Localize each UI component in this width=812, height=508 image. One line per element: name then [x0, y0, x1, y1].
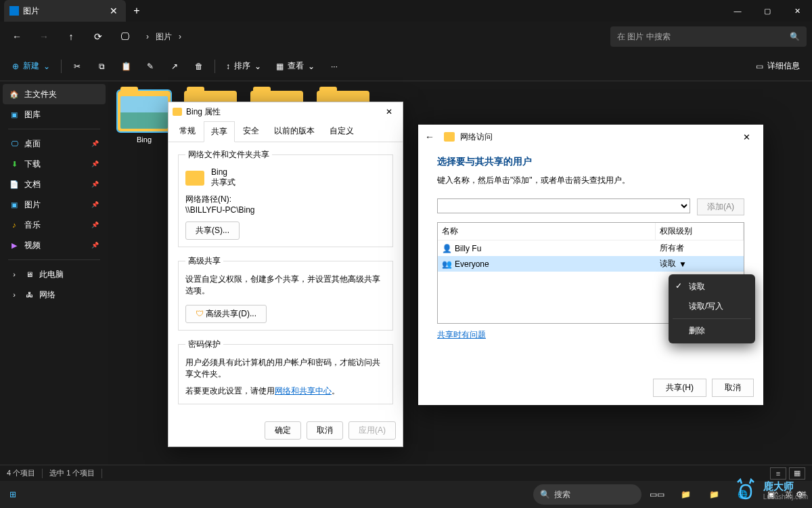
window-tab[interactable]: 图片 ✕ — [4, 0, 126, 22]
menu-read[interactable]: 读取 — [669, 277, 755, 297]
divider — [102, 469, 102, 478]
back-button[interactable]: ← — [5, 26, 28, 47]
folder-name: Bing — [118, 135, 171, 144]
chevron-right-icon: › — [9, 270, 19, 279]
perm-dropdown[interactable]: 读取▼ — [656, 256, 744, 272]
tab-close-icon[interactable]: ✕ — [110, 5, 118, 16]
network-center-link[interactable]: 网络和共享中心 — [275, 386, 332, 396]
details-pane-button[interactable]: ▭详细信息 — [749, 56, 807, 77]
search-box[interactable]: 在 图片 中搜索 🔍 — [610, 26, 807, 47]
sidebar-item-desktop[interactable]: 🖵桌面📌 — [3, 133, 106, 154]
sidebar-item-documents[interactable]: 📄文档📌 — [3, 174, 106, 194]
task-view-button[interactable]: ▭▭ — [644, 484, 670, 505]
chevron-down-icon: ⌄ — [43, 62, 50, 71]
taskbar-app[interactable]: 📁 — [701, 484, 727, 505]
sidebar-item-videos[interactable]: ▶视频📌 — [3, 235, 106, 255]
user-select[interactable] — [437, 198, 690, 213]
sidebar-item-home[interactable]: 🏠主文件夹 — [3, 84, 106, 104]
dialog-buttons: 共享(H) 取消 — [653, 379, 754, 397]
cancel-button[interactable]: 取消 — [307, 421, 343, 440]
view-button[interactable]: ▦查看⌄ — [269, 56, 321, 77]
network-icon: 🖧 — [24, 290, 34, 299]
up-button[interactable]: ↑ — [60, 26, 83, 47]
pin-icon: 📌 — [91, 140, 99, 147]
tab-share[interactable]: 共享 — [204, 121, 235, 142]
start-button[interactable]: ⊞ — [0, 484, 26, 505]
close-icon[interactable]: ✕ — [380, 107, 399, 117]
tab-previous[interactable]: 以前的版本 — [267, 121, 321, 142]
chevron-right-icon: › — [179, 32, 181, 41]
apply-button[interactable]: 应用(A) — [348, 421, 396, 440]
perm-cell: 所有者 — [656, 240, 744, 256]
pin-icon: 📌 — [91, 181, 99, 188]
col-perm[interactable]: 权限级别 — [656, 223, 744, 240]
user-row-selected[interactable]: 👥Everyone 读取▼ — [438, 256, 744, 272]
rename-button[interactable]: ✎ — [139, 56, 162, 77]
chevron-right-icon: › — [146, 32, 149, 41]
advanced-share-button[interactable]: 🛡 高级共享(D)... — [185, 305, 267, 323]
more-button[interactable]: ··· — [323, 56, 346, 77]
share-button[interactable]: ↗ — [163, 56, 186, 77]
tab-security[interactable]: 安全 — [236, 121, 266, 142]
search-icon: 🔍 — [790, 32, 800, 41]
menu-readwrite[interactable]: 读取/写入 — [669, 297, 755, 316]
divider — [42, 469, 43, 478]
col-name[interactable]: 名称 — [438, 223, 656, 240]
watermark-brand: 鹿大师 — [763, 480, 808, 493]
forward-button[interactable]: → — [32, 26, 55, 47]
dialog-buttons: 确定 取消 应用(A) — [265, 421, 396, 440]
sidebar-item-pc[interactable]: ›🖥此电脑 — [3, 264, 106, 284]
video-icon: ▶ — [9, 240, 19, 250]
paste-button[interactable]: 📋 — [114, 56, 137, 77]
copy-button[interactable]: ⧉ — [90, 56, 113, 77]
sidebar: 🏠主文件夹 ▣图库 🖵桌面📌 ⬇下载📌 📄文档📌 ▣图片📌 ♪音乐📌 ▶视频📌 … — [0, 81, 108, 465]
new-button[interactable]: ⊕新建⌄ — [5, 56, 57, 77]
windows-icon: ⊞ — [9, 490, 16, 499]
list-header: 名称 权限级别 — [438, 223, 744, 240]
pictures-icon: ▣ — [9, 200, 19, 209]
new-tab-button[interactable]: + — [126, 5, 148, 17]
cut-button[interactable]: ✂ — [66, 56, 89, 77]
maximize-button[interactable]: ▢ — [752, 0, 782, 22]
titlebar: 图片 ✕ + — ▢ ✕ — [0, 0, 812, 22]
sidebar-item-gallery[interactable]: ▣图库 — [3, 104, 106, 125]
refresh-button[interactable]: ⟳ — [87, 26, 110, 47]
sidebar-item-pictures[interactable]: ▣图片📌 — [3, 194, 106, 215]
breadcrumb-item[interactable]: 图片 — [156, 31, 172, 43]
close-button[interactable]: ✕ — [782, 0, 812, 22]
dialog-title: 网络访问 — [460, 131, 493, 143]
taskbar-app[interactable]: 📁 — [673, 484, 698, 505]
menu-divider — [673, 318, 751, 319]
sidebar-item-downloads[interactable]: ⬇下载📌 — [3, 154, 106, 174]
search-icon: 🔍 — [540, 490, 550, 499]
add-button[interactable]: 添加(A) — [697, 198, 744, 215]
monitor-icon[interactable]: 🖵 — [114, 26, 137, 47]
minimize-button[interactable]: — — [723, 0, 752, 22]
dialog-titlebar[interactable]: Bing 属性 ✕ — [168, 102, 403, 121]
delete-button[interactable]: 🗑 — [187, 56, 210, 77]
tab-custom[interactable]: 自定义 — [323, 121, 361, 142]
taskbar-search[interactable]: 🔍搜索 — [533, 484, 641, 505]
breadcrumb[interactable]: › 图片 › — [141, 31, 187, 43]
close-icon[interactable]: ✕ — [736, 132, 757, 142]
menu-remove[interactable]: 删除 — [669, 321, 755, 341]
user-row[interactable]: 👤Billy Fu 所有者 — [438, 240, 744, 256]
sort-button[interactable]: ↕排序⌄ — [219, 56, 268, 77]
watermark-url: Ludashiwj.com — [763, 493, 808, 501]
address-bar: ← → ↑ ⟳ 🖵 › 图片 › 在 图片 中搜索 🔍 — [0, 22, 812, 51]
help-link[interactable]: 共享时有问题 — [437, 329, 486, 341]
folder-item-bing[interactable]: Bing — [118, 91, 171, 144]
dialog-tabs: 常规 共享 安全 以前的版本 自定义 — [168, 121, 403, 142]
group-icon: 👥 — [442, 259, 452, 269]
share-confirm-button[interactable]: 共享(H) — [653, 379, 706, 397]
ok-button[interactable]: 确定 — [265, 421, 301, 440]
cancel-button[interactable]: 取消 — [712, 379, 754, 397]
sidebar-item-music[interactable]: ♪音乐📌 — [3, 215, 106, 235]
back-button[interactable]: ← — [425, 131, 438, 142]
share-button[interactable]: 共享(S)... — [185, 221, 240, 240]
share-name: Bing — [211, 167, 235, 177]
sidebar-item-network[interactable]: ›🖧网络 — [3, 284, 106, 305]
dialog-header: ← 网络访问 ✕ — [418, 125, 763, 149]
tab-general[interactable]: 常规 — [173, 121, 202, 142]
pc-icon: 🖥 — [24, 270, 34, 279]
